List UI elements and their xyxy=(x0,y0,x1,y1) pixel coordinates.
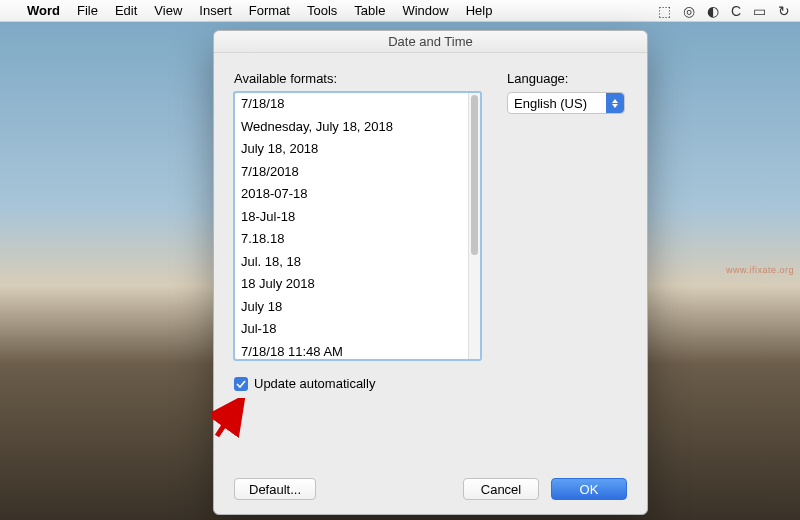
language-value: English (US) xyxy=(514,96,587,111)
date-time-dialog: Date and Time Available formats: 7/18/18… xyxy=(213,30,648,515)
menubar: Word File Edit View Insert Format Tools … xyxy=(0,0,800,22)
c-icon[interactable]: C xyxy=(731,3,741,19)
badge-icon[interactable]: ◐ xyxy=(707,3,719,19)
format-option[interactable]: 7/18/18 11:48 AM xyxy=(235,341,468,360)
menu-help[interactable]: Help xyxy=(466,3,493,18)
format-option[interactable]: 18-Jul-18 xyxy=(235,206,468,229)
menu-app[interactable]: Word xyxy=(27,3,60,18)
format-option[interactable]: Jul-18 xyxy=(235,318,468,341)
clock-icon[interactable]: ↻ xyxy=(778,3,790,19)
format-option[interactable]: July 18 xyxy=(235,296,468,319)
menu-file[interactable]: File xyxy=(77,3,98,18)
language-select[interactable]: English (US) xyxy=(507,92,625,114)
update-auto-checkbox[interactable] xyxy=(234,377,248,391)
language-label: Language: xyxy=(507,71,627,86)
default-button[interactable]: Default... xyxy=(234,478,316,500)
circle-icon[interactable]: ◎ xyxy=(683,3,695,19)
formats-listbox[interactable]: 7/18/18Wednesday, July 18, 2018July 18, … xyxy=(234,92,481,360)
display-icon[interactable]: ▭ xyxy=(753,3,766,19)
format-option[interactable]: Jul. 18, 18 xyxy=(235,251,468,274)
format-option[interactable]: 7.18.18 xyxy=(235,228,468,251)
menu-insert[interactable]: Insert xyxy=(199,3,232,18)
dropbox-icon[interactable]: ⬚ xyxy=(658,3,671,19)
format-option[interactable]: Wednesday, July 18, 2018 xyxy=(235,116,468,139)
update-auto-label: Update automatically xyxy=(254,376,375,391)
menu-edit[interactable]: Edit xyxy=(115,3,137,18)
format-option[interactable]: 18 July 2018 xyxy=(235,273,468,296)
format-option[interactable]: July 18, 2018 xyxy=(235,138,468,161)
annotation-arrow-icon xyxy=(212,398,272,438)
menubar-right: ⬚ ◎ ◐ C ▭ ↻ xyxy=(658,3,790,19)
menu-window[interactable]: Window xyxy=(402,3,448,18)
watermark: www.ifixate.org xyxy=(726,265,794,275)
formats-label: Available formats: xyxy=(234,71,481,86)
menu-view[interactable]: View xyxy=(154,3,182,18)
dialog-title: Date and Time xyxy=(214,31,647,53)
format-option[interactable]: 7/18/18 xyxy=(235,93,468,116)
chevron-updown-icon xyxy=(606,93,624,113)
format-option[interactable]: 7/18/2018 xyxy=(235,161,468,184)
scrollbar-thumb[interactable] xyxy=(471,95,478,255)
cancel-button[interactable]: Cancel xyxy=(463,478,539,500)
menu-table[interactable]: Table xyxy=(354,3,385,18)
scrollbar[interactable] xyxy=(468,93,480,359)
menu-tools[interactable]: Tools xyxy=(307,3,337,18)
menu-format[interactable]: Format xyxy=(249,3,290,18)
ok-button[interactable]: OK xyxy=(551,478,627,500)
format-option[interactable]: 2018-07-18 xyxy=(235,183,468,206)
